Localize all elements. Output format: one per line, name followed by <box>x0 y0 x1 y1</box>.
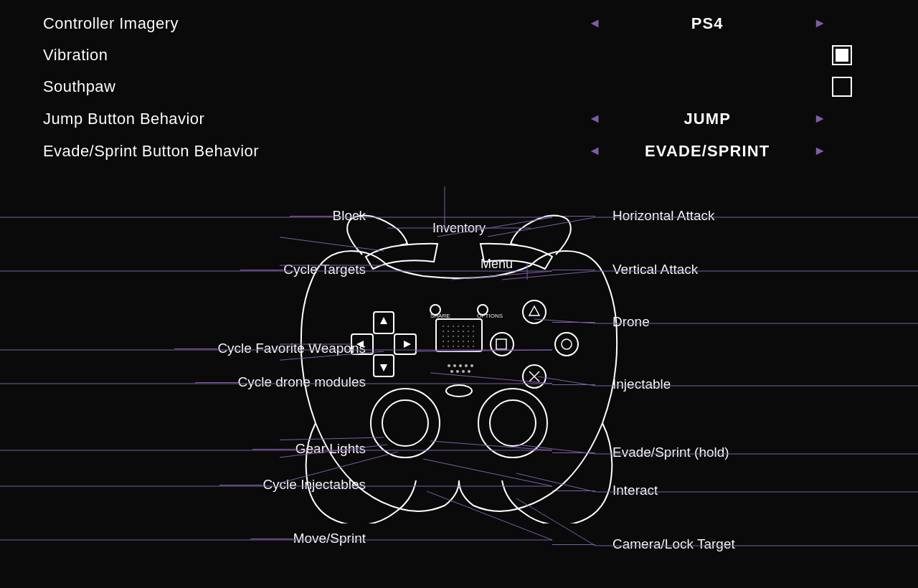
svg-rect-54 <box>496 339 506 349</box>
svg-line-71 <box>280 212 384 251</box>
evade-sprint-label: Evade/Sprint Button Behavior <box>43 142 316 161</box>
jump-button-value: JUMP <box>628 110 786 128</box>
svg-marker-46 <box>356 341 364 348</box>
svg-point-48 <box>523 300 546 323</box>
controller-diagram: .ctrl { fill: none; stroke: #fff; stroke… <box>280 179 638 523</box>
controller-imagery-right-arrow[interactable]: ► <box>808 13 832 34</box>
inventory-label-container: Inventory <box>432 221 486 236</box>
menu-label-container: Menu <box>481 257 513 272</box>
svg-point-64 <box>459 364 462 367</box>
vibration-label: Vibration <box>43 46 316 65</box>
svg-point-28 <box>473 341 474 342</box>
settings-panel: Controller Imagery ◄ PS4 ► Vibration Sou… <box>43 7 875 167</box>
svg-line-74 <box>280 351 384 376</box>
svg-point-11 <box>458 331 459 332</box>
svg-point-12 <box>463 331 464 332</box>
svg-point-23 <box>448 341 449 342</box>
jump-button-left-arrow[interactable]: ◄ <box>582 108 607 129</box>
svg-point-5 <box>463 326 464 327</box>
controller-imagery-left-arrow[interactable]: ◄ <box>582 13 607 34</box>
jump-button-label: Jump Button Behavior <box>43 110 316 128</box>
svg-line-76 <box>280 445 387 480</box>
svg-point-17 <box>453 336 454 337</box>
svg-point-3 <box>453 326 454 327</box>
svg-line-75 <box>280 437 384 445</box>
svg-point-33 <box>463 346 464 347</box>
svg-point-30 <box>448 346 449 347</box>
svg-marker-45 <box>380 364 387 371</box>
svg-point-25 <box>458 341 459 342</box>
svg-point-60 <box>490 400 536 446</box>
southpaw-label: Southpaw <box>43 77 316 96</box>
svg-point-70 <box>468 370 470 373</box>
svg-point-59 <box>478 389 547 457</box>
svg-point-10 <box>453 331 454 332</box>
cycle-targets-line <box>240 270 283 270</box>
svg-point-24 <box>453 341 454 342</box>
cycle-fav-weapons-line <box>174 348 217 349</box>
camera-lock-target-line <box>552 544 595 545</box>
svg-point-27 <box>468 341 469 342</box>
svg-point-6 <box>468 326 469 327</box>
camera-lock-target-label-wrapper: Camera/Lock Target <box>552 536 735 552</box>
svg-point-8 <box>443 331 444 332</box>
svg-point-65 <box>465 364 468 367</box>
svg-point-66 <box>470 364 473 367</box>
svg-point-58 <box>382 400 428 446</box>
vibration-row: Vibration <box>43 39 875 71</box>
inventory-label: Inventory <box>432 221 486 235</box>
jump-button-right-arrow[interactable]: ► <box>808 108 832 129</box>
svg-point-16 <box>448 336 449 337</box>
svg-point-32 <box>458 346 459 347</box>
svg-point-61 <box>446 385 472 397</box>
svg-point-22 <box>443 341 444 342</box>
svg-point-13 <box>468 331 469 332</box>
svg-point-62 <box>448 364 450 367</box>
controller-imagery-row: Controller Imagery ◄ PS4 ► <box>43 7 875 39</box>
evade-sprint-value: EVADE/SPRINT <box>628 142 786 161</box>
evade-sprint-control: ◄ EVADE/SPRINT ► <box>582 141 832 161</box>
southpaw-row: Southpaw <box>43 71 875 103</box>
svg-point-18 <box>458 336 459 337</box>
vibration-checkbox[interactable] <box>832 45 852 65</box>
controller-imagery-control: ◄ PS4 ► <box>582 13 832 34</box>
svg-point-35 <box>473 346 474 347</box>
svg-point-15 <box>443 336 444 337</box>
svg-point-4 <box>458 326 459 327</box>
svg-point-7 <box>473 326 474 327</box>
cycle-drone-modules-line <box>195 382 238 383</box>
svg-point-63 <box>453 364 456 367</box>
evade-sprint-right-arrow[interactable]: ► <box>808 141 832 161</box>
svg-marker-47 <box>404 341 411 348</box>
svg-point-67 <box>450 370 453 373</box>
svg-point-53 <box>491 333 514 356</box>
svg-point-34 <box>468 346 469 347</box>
jump-button-row: Jump Button Behavior ◄ JUMP ► <box>43 103 875 135</box>
svg-point-1 <box>443 326 444 327</box>
controller-imagery-label: Controller Imagery <box>43 14 316 33</box>
svg-point-69 <box>462 370 465 373</box>
jump-button-control: ◄ JUMP ► <box>582 108 832 129</box>
camera-lock-target-label: Camera/Lock Target <box>612 536 735 552</box>
svg-point-29 <box>443 346 444 347</box>
svg-point-57 <box>371 389 440 457</box>
move-sprint-line <box>250 539 293 539</box>
menu-label: Menu <box>481 257 513 271</box>
svg-point-56 <box>562 339 572 349</box>
svg-marker-44 <box>380 317 387 324</box>
evade-sprint-left-arrow[interactable]: ◄ <box>582 141 607 161</box>
move-sprint-label: Move/Sprint <box>293 531 366 546</box>
svg-point-14 <box>473 331 474 332</box>
svg-point-68 <box>456 370 459 373</box>
move-sprint-label-wrapper: Move/Sprint <box>242 531 366 546</box>
southpaw-checkbox[interactable] <box>832 77 852 97</box>
svg-point-31 <box>453 346 454 347</box>
svg-point-21 <box>473 336 474 337</box>
evade-sprint-row: Evade/Sprint Button Behavior ◄ EVADE/SPR… <box>43 135 875 167</box>
controller-imagery-value: PS4 <box>628 14 786 33</box>
controller-area: Block Cycle Targets Cycle Favorite Weapo… <box>0 186 918 588</box>
svg-point-2 <box>448 326 449 327</box>
svg-point-19 <box>463 336 464 337</box>
svg-point-20 <box>468 336 469 337</box>
svg-marker-49 <box>529 306 539 316</box>
